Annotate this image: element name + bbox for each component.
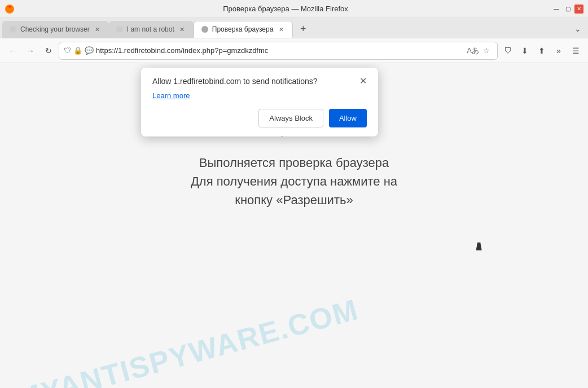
tabbar: Checking your browser ✕ I am not a robot… xyxy=(0,18,588,38)
watermark: MYANTISPYWARE.COM xyxy=(13,292,362,388)
tab-checking-your-browser[interactable]: Checking your browser ✕ xyxy=(2,21,109,38)
firefox-icon xyxy=(5,4,15,14)
tab-favicon-2 xyxy=(201,25,209,33)
bookmark-icon[interactable]: ☆ xyxy=(480,45,493,57)
svg-point-1 xyxy=(10,26,16,33)
tab-iam-not-robot[interactable]: I am not a robot ✕ xyxy=(109,21,194,38)
reload-button[interactable]: ↻ xyxy=(41,43,56,59)
tab-favicon-1 xyxy=(116,25,124,33)
tab-label-2: Проверка браузера xyxy=(212,25,274,33)
shield-toolbar-button[interactable]: ⛉ xyxy=(500,43,516,59)
tab-close-1[interactable]: ✕ xyxy=(178,25,187,34)
notification-popup: Allow 1.redfiretobind.com to send notifi… xyxy=(141,68,378,136)
popup-title: Allow 1.redfiretobind.com to send notifi… xyxy=(152,77,318,86)
back-button[interactable]: ← xyxy=(5,43,20,59)
forward-button[interactable]: → xyxy=(23,43,38,59)
popup-close-button[interactable]: ✕ xyxy=(359,77,367,86)
urlbar-actions: Aあ ☆ xyxy=(467,45,493,57)
page-text-line3: кнопку «Разрешить» xyxy=(235,193,353,207)
tab-favicon-0 xyxy=(9,25,17,33)
learn-more-link[interactable]: Learn more xyxy=(152,91,367,100)
page-text-area: Выполняется проверка браузера Для получе… xyxy=(0,153,588,209)
titlebar: Проверка браузера — Mozilla Firefox — ▢ … xyxy=(0,0,588,18)
cursor-indicator xyxy=(477,242,482,252)
browser-content: Allow 1.redfiretobind.com to send notifi… xyxy=(0,63,588,388)
toolbar-right: ⛉ ⬇ ⬆ » ☰ xyxy=(500,43,583,59)
new-tab-button[interactable]: + xyxy=(295,21,311,37)
page-text-line1: Выполняется проверка браузера xyxy=(199,156,389,170)
svg-point-2 xyxy=(116,26,123,33)
close-window-button[interactable]: ✕ xyxy=(574,5,583,14)
popup-header: Allow 1.redfiretobind.com to send notifi… xyxy=(152,77,367,86)
page-main-text: Выполняется проверка браузера Для получе… xyxy=(0,153,588,209)
always-block-button[interactable]: Always Block xyxy=(258,109,323,127)
download-button[interactable]: ⬇ xyxy=(517,43,533,59)
navbar: ← → ↻ 🛡 🔒 💬 https://1.redfiretobind.com/… xyxy=(0,38,588,63)
translate-icon[interactable]: Aあ xyxy=(467,45,479,57)
shield-icon: 🛡 xyxy=(64,46,71,55)
tab-list-button[interactable]: ⌄ xyxy=(570,21,586,37)
more-tools-button[interactable]: » xyxy=(551,43,567,59)
popup-buttons: Always Block Allow xyxy=(152,109,367,127)
allow-button[interactable]: Allow xyxy=(329,109,367,127)
tab-label-0: Checking your browser xyxy=(20,25,90,33)
window-title: Проверка браузера — Mozilla Firefox xyxy=(19,5,552,13)
url-text: https://1.redfiretobind.com/index.php?p=… xyxy=(96,46,464,55)
window-controls: — ▢ ✕ xyxy=(552,5,583,14)
page-text-line2: Для получения доступа нажмите на xyxy=(191,174,397,188)
share-button[interactable]: ⬆ xyxy=(534,43,550,59)
minimize-button[interactable]: — xyxy=(552,5,561,14)
maximize-button[interactable]: ▢ xyxy=(563,5,572,14)
svg-point-3 xyxy=(201,26,208,33)
tab-close-0[interactable]: ✕ xyxy=(93,25,102,34)
urlbar-security-icons: 🛡 🔒 💬 xyxy=(64,46,94,55)
notification-icon: 💬 xyxy=(85,46,94,55)
lock-icon: 🔒 xyxy=(73,46,82,55)
tab-proverka-brauzera[interactable]: Проверка браузера ✕ xyxy=(194,21,293,38)
urlbar[interactable]: 🛡 🔒 💬 https://1.redfiretobind.com/index.… xyxy=(59,42,498,60)
tab-label-1: I am not a robot xyxy=(127,25,174,33)
tab-close-2[interactable]: ✕ xyxy=(277,25,286,34)
menu-button[interactable]: ☰ xyxy=(568,43,583,59)
